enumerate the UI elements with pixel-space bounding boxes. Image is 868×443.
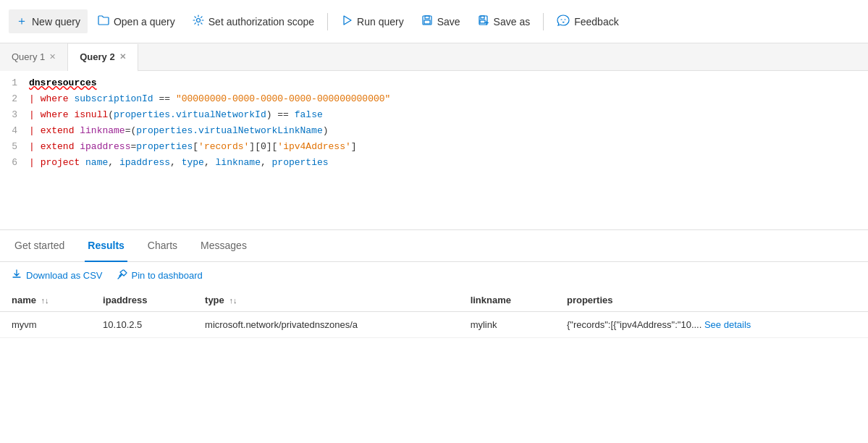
save-button[interactable]: Save bbox=[414, 10, 468, 33]
col-header-type[interactable]: type ↑↓ bbox=[193, 289, 459, 312]
code-line-5: 5 | extend ipaddress=properties['records… bbox=[0, 140, 868, 156]
results-tabs: Get started Results Charts Messages bbox=[0, 230, 868, 262]
line-content-1: dnsresources bbox=[29, 77, 868, 88]
query-tabs: Query 1 ✕ Query 2 ✕ bbox=[0, 43, 868, 71]
feedback-icon bbox=[557, 14, 570, 29]
code-line-1: 1 dnsresources bbox=[0, 77, 868, 93]
set-auth-label: Set authorization scope bbox=[208, 16, 314, 28]
sort-type-icon[interactable]: ↑↓ bbox=[229, 296, 237, 305]
properties-value: {"records":[{"ipv4Address":"10.... bbox=[567, 319, 701, 330]
col-header-properties[interactable]: properties bbox=[555, 289, 868, 312]
code-line-4: 4 | extend linkname=(properties.virtualN… bbox=[0, 125, 868, 140]
save-as-icon bbox=[478, 14, 489, 29]
cell-properties: {"records":[{"ipv4Address":"10.... See d… bbox=[555, 312, 868, 338]
svg-rect-6 bbox=[481, 16, 484, 19]
results-area: Get started Results Charts Messages Down… bbox=[0, 230, 868, 338]
tab-query1-close[interactable]: ✕ bbox=[49, 52, 56, 62]
results-actions: Download as CSV Pin to dashboard bbox=[0, 262, 868, 289]
new-query-label: New query bbox=[32, 16, 80, 28]
separator-1 bbox=[327, 13, 328, 30]
code-editor[interactable]: 1 dnsresources 2 | where subscriptionId … bbox=[0, 71, 868, 230]
line-num-5: 5 bbox=[0, 141, 29, 152]
download-csv-label: Download as CSV bbox=[26, 270, 103, 281]
line-content-6: | project name, ipaddress, type, linknam… bbox=[29, 157, 868, 168]
tab-query2[interactable]: Query 2 ✕ bbox=[68, 44, 138, 72]
svg-rect-4 bbox=[424, 20, 430, 24]
cell-ipaddress: 10.10.2.5 bbox=[91, 312, 193, 338]
sort-name-icon[interactable]: ↑↓ bbox=[41, 296, 49, 305]
tab-query1-label: Query 1 bbox=[12, 51, 45, 62]
toolbar: ＋ New query Open a query Set authorizati… bbox=[0, 0, 868, 43]
save-as-button[interactable]: Save as bbox=[471, 10, 538, 33]
col-header-ipaddress[interactable]: ipaddress bbox=[91, 289, 193, 312]
col-header-linkname[interactable]: linkname bbox=[459, 289, 555, 312]
gear-icon bbox=[193, 14, 204, 29]
line-num-6: 6 bbox=[0, 157, 29, 168]
tab-results-label: Results bbox=[88, 240, 125, 251]
feedback-button[interactable]: Feedback bbox=[549, 10, 625, 33]
see-details-link[interactable]: See details bbox=[704, 319, 751, 330]
tab-charts-label: Charts bbox=[148, 240, 177, 251]
code-line-6: 6 | project name, ipaddress, type, linkn… bbox=[0, 156, 868, 172]
run-query-label: Run query bbox=[357, 16, 404, 28]
tab-get-started-label: Get started bbox=[14, 240, 64, 251]
cell-name: myvm bbox=[0, 312, 91, 338]
separator-2 bbox=[543, 13, 544, 30]
run-query-button[interactable]: Run query bbox=[334, 10, 411, 33]
line-content-2: | where subscriptionId == "00000000-0000… bbox=[29, 93, 868, 104]
code-line-3: 3 | where isnull(properties.virtualNetwo… bbox=[0, 109, 868, 125]
table-header-row: name ↑↓ ipaddress type ↑↓ linkname prope… bbox=[0, 289, 868, 312]
svg-rect-3 bbox=[425, 16, 429, 19]
line-num-4: 4 bbox=[0, 125, 29, 136]
line-num-2: 2 bbox=[0, 93, 29, 104]
play-icon bbox=[341, 14, 353, 29]
pin-dashboard-label: Pin to dashboard bbox=[132, 270, 203, 281]
code-line-2: 2 | where subscriptionId == "00000000-00… bbox=[0, 93, 868, 109]
col-header-name[interactable]: name ↑↓ bbox=[0, 289, 91, 312]
line-content-3: | where isnull(properties.virtualNetwork… bbox=[29, 109, 868, 120]
line-num-1: 1 bbox=[0, 77, 29, 88]
download-csv-link[interactable]: Download as CSV bbox=[12, 269, 103, 282]
tab-charts[interactable]: Charts bbox=[145, 230, 180, 262]
tab-query1[interactable]: Query 1 ✕ bbox=[0, 43, 68, 71]
svg-marker-1 bbox=[344, 16, 351, 25]
set-auth-button[interactable]: Set authorization scope bbox=[185, 10, 321, 33]
results-table: name ↑↓ ipaddress type ↑↓ linkname prope… bbox=[0, 289, 868, 338]
table-row: myvm 10.10.2.5 microsoft.network/private… bbox=[0, 312, 868, 338]
feedback-label: Feedback bbox=[574, 16, 618, 28]
tab-get-started[interactable]: Get started bbox=[12, 230, 67, 262]
open-query-label: Open a query bbox=[114, 16, 175, 28]
tab-query2-close[interactable]: ✕ bbox=[119, 52, 126, 62]
cell-type: microsoft.network/privatednszones/a bbox=[193, 312, 459, 338]
line-num-3: 3 bbox=[0, 109, 29, 120]
tab-query2-label: Query 2 bbox=[80, 51, 114, 62]
svg-point-0 bbox=[196, 18, 200, 22]
folder-icon bbox=[98, 15, 109, 28]
save-as-label: Save as bbox=[494, 16, 531, 28]
open-query-button[interactable]: Open a query bbox=[90, 11, 182, 33]
pin-icon bbox=[117, 269, 127, 282]
tab-messages[interactable]: Messages bbox=[198, 230, 250, 262]
line-content-5: | extend ipaddress=properties['records']… bbox=[29, 141, 868, 152]
save-icon bbox=[421, 14, 433, 29]
plus-icon: ＋ bbox=[16, 14, 28, 29]
tab-results[interactable]: Results bbox=[85, 230, 127, 262]
tab-messages-label: Messages bbox=[201, 240, 247, 251]
new-query-button[interactable]: ＋ New query bbox=[9, 9, 88, 33]
pin-dashboard-link[interactable]: Pin to dashboard bbox=[117, 269, 203, 282]
save-label: Save bbox=[437, 16, 460, 28]
line-content-4: | extend linkname=(properties.virtualNet… bbox=[29, 125, 868, 136]
cell-linkname: mylink bbox=[459, 312, 555, 338]
download-icon bbox=[12, 269, 22, 282]
